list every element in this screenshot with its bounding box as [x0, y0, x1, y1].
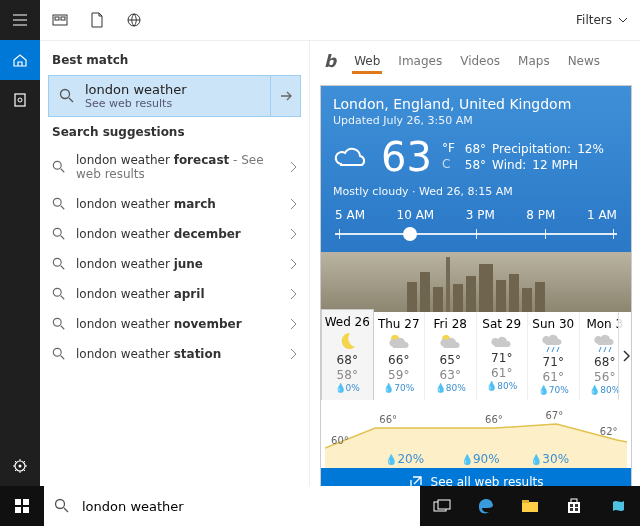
- chart-precip-2: 💧90%: [461, 452, 500, 466]
- svg-point-24: [53, 348, 61, 356]
- weather-location: London, England, United Kingdom: [333, 96, 619, 112]
- tab-images[interactable]: Images: [398, 54, 442, 68]
- time-4: 1 AM: [587, 208, 617, 222]
- forecast-hi: 66°: [388, 353, 409, 367]
- suggestion-text: london weather forecast - See web result…: [76, 153, 279, 181]
- slider-handle[interactable]: [403, 227, 417, 241]
- chart-precip-3: 💧30%: [530, 452, 569, 466]
- forecast-hi: 71°: [543, 355, 564, 369]
- skyline-image: [321, 252, 631, 312]
- svg-rect-42: [438, 500, 450, 509]
- unit-f[interactable]: °F: [442, 141, 455, 157]
- weather-condition: Mostly cloudy · Wed 26, 8:15 AM: [333, 185, 619, 198]
- forecast-day[interactable]: Wed 2668°58°💧0%: [321, 309, 374, 400]
- suggestion-item[interactable]: london weather march: [40, 189, 309, 219]
- search-icon: [52, 197, 66, 211]
- search-results: Best match london weather See web result…: [40, 41, 310, 526]
- forecast-day-label: Wed 26: [325, 315, 370, 329]
- tab-videos[interactable]: Videos: [460, 54, 500, 68]
- tab-news[interactable]: News: [568, 54, 600, 68]
- svg-line-19: [61, 266, 65, 270]
- store-button[interactable]: [552, 486, 596, 526]
- forecast-day[interactable]: Fri 2865°63°💧80%: [425, 312, 477, 400]
- svg-line-15: [61, 206, 65, 210]
- taskbar: [0, 486, 640, 526]
- forecast-next-button[interactable]: [618, 312, 632, 400]
- suggestion-item[interactable]: london weather december: [40, 219, 309, 249]
- time-slider[interactable]: [333, 226, 619, 242]
- svg-rect-36: [23, 499, 29, 505]
- app-button[interactable]: [596, 486, 640, 526]
- svg-line-40: [64, 508, 68, 512]
- chart-lbl-4: 67°: [545, 410, 563, 421]
- edge-button[interactable]: [464, 486, 508, 526]
- forecast-day[interactable]: Sat 2971°61°💧80%: [477, 312, 529, 400]
- tab-web[interactable]: Web: [354, 54, 380, 68]
- forecast-icon: [336, 330, 358, 352]
- forecast-row: Wed 2668°58°💧0%Thu 2766°59°💧70%Fri 2865°…: [321, 312, 631, 400]
- forecast-precip: 💧70%: [538, 385, 569, 395]
- suggestion-text: london weather april: [76, 287, 279, 301]
- start-button[interactable]: [0, 486, 44, 526]
- top-toolbar: Filters: [40, 0, 640, 40]
- svg-line-29: [552, 347, 554, 352]
- svg-rect-45: [568, 502, 580, 513]
- search-icon: [52, 257, 66, 271]
- search-input[interactable]: [80, 498, 420, 515]
- forecast-lo: 61°: [543, 370, 564, 384]
- filters-label: Filters: [576, 13, 612, 27]
- forecast-hi: 65°: [440, 353, 461, 367]
- forecast-icon: [541, 332, 565, 354]
- suggestion-item[interactable]: london weather april: [40, 279, 309, 309]
- svg-line-28: [547, 347, 549, 352]
- tab-maps[interactable]: Maps: [518, 54, 550, 68]
- forecast-day[interactable]: Sun 3071°61°💧70%: [528, 312, 580, 400]
- explorer-button[interactable]: [508, 486, 552, 526]
- notebook-button[interactable]: [0, 80, 40, 120]
- suggestion-item[interactable]: london weather november: [40, 309, 309, 339]
- task-view-button[interactable]: [420, 486, 464, 526]
- bing-logo: b: [324, 51, 336, 71]
- suggestion-text: london weather december: [76, 227, 279, 241]
- svg-rect-49: [570, 508, 573, 511]
- precip-value: 12%: [577, 142, 604, 156]
- svg-rect-37: [15, 507, 21, 513]
- cortana-rail: [0, 0, 40, 526]
- forecast-icon: [438, 332, 462, 352]
- unit-c[interactable]: C: [442, 157, 455, 173]
- suggestion-text: london weather station: [76, 347, 279, 361]
- chevron-right-icon: [289, 318, 297, 330]
- suggestion-item[interactable]: london weather forecast - See web result…: [40, 145, 309, 189]
- chevron-right-icon: [289, 198, 297, 210]
- menu-button[interactable]: [0, 0, 40, 40]
- forecast-day[interactable]: Thu 2766°59°💧70%: [374, 312, 426, 400]
- suggestions-label: Search suggestions: [40, 119, 309, 145]
- wind-value: 12 MPH: [532, 158, 578, 172]
- suggestion-item[interactable]: london weather june: [40, 249, 309, 279]
- home-button[interactable]: [0, 40, 40, 80]
- precip-label: Precipitation:: [492, 142, 571, 156]
- best-match-item[interactable]: london weather See web results: [48, 75, 301, 117]
- documents-icon[interactable]: [90, 12, 104, 28]
- weather-hi: 68°: [465, 142, 486, 156]
- chart-precip-1: 💧20%: [385, 452, 424, 466]
- time-3: 8 PM: [526, 208, 555, 222]
- settings-button[interactable]: [0, 446, 40, 486]
- weather-card: London, England, United Kingdom Updated …: [320, 85, 632, 497]
- web-icon[interactable]: [126, 12, 142, 28]
- svg-point-14: [53, 198, 61, 206]
- svg-point-18: [53, 258, 61, 266]
- search-icon: [52, 317, 66, 331]
- forecast-icon: [387, 332, 411, 352]
- svg-line-11: [69, 98, 73, 102]
- filters-button[interactable]: Filters: [576, 13, 628, 27]
- svg-rect-48: [575, 504, 578, 507]
- open-arrow-button[interactable]: [270, 76, 300, 116]
- chevron-down-icon: [618, 15, 628, 25]
- apps-icon[interactable]: [52, 12, 68, 28]
- search-icon: [54, 498, 70, 514]
- taskbar-search[interactable]: [44, 486, 420, 526]
- chevron-right-icon: [289, 228, 297, 240]
- chevron-right-icon: [289, 288, 297, 300]
- suggestion-item[interactable]: london weather station: [40, 339, 309, 369]
